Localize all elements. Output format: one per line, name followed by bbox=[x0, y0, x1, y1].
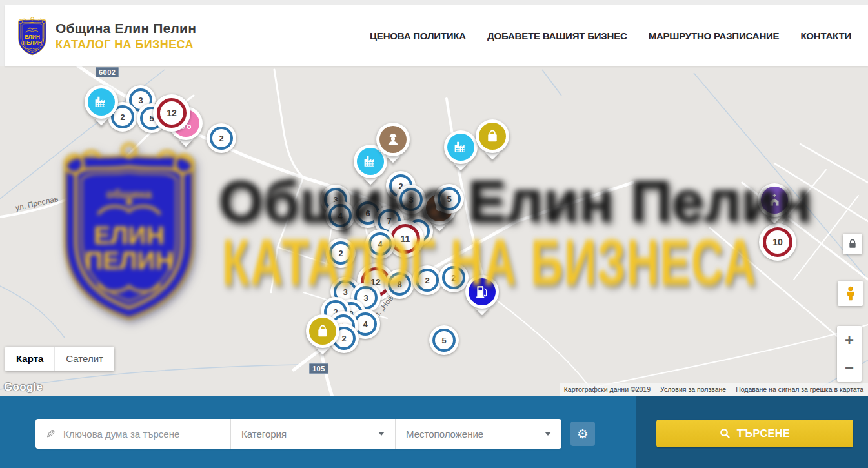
factory-icon bbox=[94, 94, 109, 110]
shopping-bag-icon bbox=[315, 323, 330, 339]
pencil-icon: ✎ bbox=[46, 427, 56, 441]
cluster-marker[interactable]: 5 bbox=[429, 325, 459, 355]
cluster-count: 2 bbox=[210, 127, 233, 150]
cluster-count: 8 bbox=[388, 272, 411, 296]
cluster-count: 5 bbox=[438, 187, 461, 210]
advanced-settings-button[interactable]: ⚙ bbox=[570, 422, 595, 446]
map-pin-fuel[interactable] bbox=[465, 275, 499, 316]
nav-item-add-business[interactable]: ДОБАВЕТЕ ВАШИЯТ БИЗНЕС bbox=[487, 30, 627, 41]
shopping-bag-icon bbox=[485, 128, 500, 144]
map-attribution: Картографски данни ©2019 Условия за полз… bbox=[560, 383, 868, 396]
search-submit-button[interactable]: ТЪРСЕНЕ bbox=[656, 420, 853, 447]
map-pin-factory[interactable] bbox=[444, 130, 478, 172]
lock-icon bbox=[847, 238, 858, 250]
zoom-in-button[interactable]: + bbox=[837, 326, 862, 354]
cluster-marker[interactable]: 12 bbox=[153, 94, 190, 132]
map-pin-bag[interactable] bbox=[476, 119, 509, 161]
nav-item-route-schedule[interactable]: МАРШРУТНО РАЗПИСАНИЕ bbox=[649, 30, 780, 41]
fuel-pump-icon bbox=[474, 284, 490, 300]
gear-icon: ⚙ bbox=[577, 426, 589, 442]
cluster-count: 4 bbox=[328, 204, 352, 227]
municipality-crest-icon bbox=[16, 16, 48, 56]
location-select[interactable]: Местоположение bbox=[395, 419, 561, 449]
worker-icon bbox=[385, 132, 401, 147]
cluster-marker[interactable]: 4 bbox=[365, 229, 395, 259]
cluster-count: 4 bbox=[368, 232, 392, 256]
category-select-value: Категория bbox=[241, 429, 287, 440]
site-header: Община Елин Пелин КАТАЛОГ НА БИЗНЕСА ЦЕН… bbox=[5, 5, 868, 66]
cluster-count: 2 bbox=[416, 269, 439, 292]
map-type-map-button[interactable]: Карта bbox=[5, 347, 54, 371]
street-view-pegman-button[interactable] bbox=[838, 281, 863, 306]
cluster-marker[interactable]: 2 bbox=[326, 238, 356, 268]
cluster-marker[interactable]: 4 bbox=[325, 201, 355, 230]
map-pin-bag[interactable] bbox=[306, 314, 339, 356]
main-nav: ЦЕНОВА ПОЛИТИКА ДОБАВЕТЕ ВАШИЯТ БИЗНЕС М… bbox=[370, 30, 851, 41]
cluster-marker[interactable]: 10 bbox=[759, 223, 796, 261]
cluster-count: 2 bbox=[329, 241, 352, 265]
keyword-field-section: ✎ bbox=[35, 419, 230, 449]
search-icon bbox=[720, 428, 731, 439]
road-number-badge: 105 bbox=[309, 363, 328, 374]
site-title-line2: КАТАЛОГ НА БИЗНЕСА bbox=[56, 38, 196, 52]
search-fields-group: ✎ Категория Местоположение bbox=[35, 419, 561, 449]
attribution-report-link[interactable]: Подаване на сигнал за грешка в картата bbox=[736, 385, 863, 393]
zoom-control: + − bbox=[837, 326, 862, 382]
pegman-icon bbox=[842, 285, 859, 302]
site-title: Община Елин Пелин КАТАЛОГ НА БИЗНЕСА bbox=[56, 21, 196, 52]
map-pin-worker[interactable] bbox=[376, 123, 410, 164]
nav-item-pricing-policy[interactable]: ЦЕНОВА ПОЛИТИКА bbox=[370, 30, 466, 41]
road-number-badge: 6002 bbox=[96, 67, 119, 77]
cluster-marker[interactable]: 3 bbox=[396, 185, 426, 214]
cluster-marker[interactable]: 8 bbox=[385, 269, 414, 299]
category-select[interactable]: Категория bbox=[230, 419, 395, 449]
cluster-marker[interactable]: 2 bbox=[412, 265, 442, 295]
zoom-out-button[interactable]: − bbox=[837, 354, 862, 382]
factory-icon bbox=[453, 139, 469, 155]
cluster-count: 2 bbox=[442, 266, 465, 289]
attribution-copyright: Картографски данни ©2019 bbox=[564, 385, 651, 393]
cluster-marker[interactable]: 2 bbox=[207, 123, 236, 153]
cluster-count: 11 bbox=[390, 224, 420, 254]
google-logo[interactable]: Google bbox=[4, 381, 43, 394]
header-logo[interactable]: Община Елин Пелин КАТАЛОГ НА БИЗНЕСА bbox=[16, 16, 196, 56]
search-bar: ✎ Категория Местоположение ⚙ ТЪРСЕНЕ bbox=[0, 396, 868, 468]
site-title-line1: Община Елин Пелин bbox=[56, 21, 196, 36]
attribution-terms-link[interactable]: Условия за ползване bbox=[660, 385, 726, 393]
location-select-value: Местоположение bbox=[406, 429, 483, 440]
cluster-marker[interactable]: 5 bbox=[434, 184, 464, 214]
map-pin-factory[interactable] bbox=[85, 85, 118, 127]
cluster-count: 5 bbox=[432, 329, 456, 352]
map-canvas[interactable]: 6002105ул. Преславбул. „Новосел 32512223… bbox=[0, 66, 868, 396]
nav-item-contacts[interactable]: КОНТАКТИ bbox=[800, 30, 851, 41]
cluster-count: 10 bbox=[763, 227, 792, 257]
map-pin-church[interactable] bbox=[758, 183, 791, 225]
map-type-control: Карта Сателит bbox=[5, 347, 114, 371]
chevron-down-icon bbox=[378, 432, 385, 436]
fullscreen-lock-button[interactable] bbox=[843, 234, 862, 254]
church-icon bbox=[767, 192, 782, 208]
search-button-label: ТЪРСЕНЕ bbox=[737, 428, 791, 440]
chevron-down-icon bbox=[545, 432, 551, 436]
keyword-search-input[interactable] bbox=[63, 429, 212, 440]
map-type-satellite-button[interactable]: Сателит bbox=[54, 347, 114, 371]
cluster-count: 12 bbox=[157, 98, 187, 128]
cluster-marker[interactable]: 2 bbox=[439, 263, 469, 292]
cluster-count: 3 bbox=[399, 188, 423, 211]
